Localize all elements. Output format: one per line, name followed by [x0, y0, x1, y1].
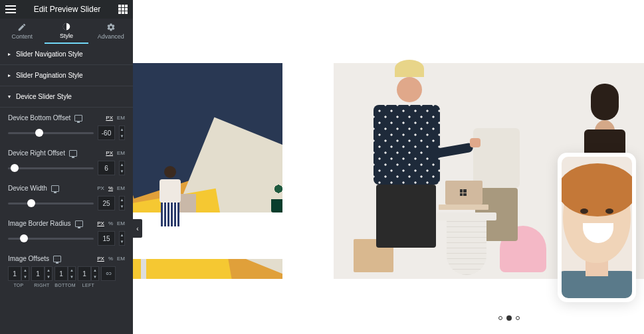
stepper-offset-left[interactable]: ▲▼ — [91, 266, 99, 281]
caret-right-icon: ▸ — [8, 51, 11, 57]
offset-label-bottom: BOTTOM — [54, 283, 76, 288]
apps-grid-icon[interactable] — [118, 5, 128, 14]
unit-toggle: PX EM — [106, 150, 125, 156]
device-slider-controls: Device Bottom Offset PX EM ▲▼ Device Rig… — [0, 108, 133, 299]
caret-down-icon: ▾ — [8, 94, 11, 100]
caret-right-icon: ▸ — [8, 72, 11, 78]
stepper-right-offset[interactable]: ▲▼ — [119, 161, 125, 175]
input-bottom-offset[interactable] — [98, 129, 114, 137]
slider-bottom-offset[interactable] — [8, 132, 94, 134]
collapse-sidebar-handle[interactable]: ‹ — [133, 219, 142, 238]
offset-label-top: TOP — [13, 283, 23, 288]
responsive-icon[interactable] — [51, 185, 59, 192]
control-label: Image Offsets — [8, 255, 49, 262]
input-right-offset[interactable] — [98, 165, 114, 172]
responsive-icon[interactable] — [74, 115, 82, 122]
input-offset-left[interactable] — [78, 266, 91, 281]
stepper-offset-top[interactable]: ▲▼ — [21, 266, 29, 281]
unit-px[interactable]: PX — [106, 150, 113, 156]
control-right-offset: Device Right Offset PX EM ▲▼ — [8, 149, 125, 175]
slide-image-1 — [133, 63, 282, 279]
unit-px[interactable]: PX — [106, 115, 113, 121]
slider-right-offset[interactable] — [8, 167, 94, 169]
slider-device-width[interactable] — [8, 203, 94, 205]
stepper-offset-bottom[interactable]: ▲▼ — [68, 266, 76, 281]
control-label: Image Border Radius — [8, 220, 71, 227]
input-offset-right[interactable] — [31, 266, 45, 281]
tab-style-label: Style — [60, 33, 73, 39]
device-screen — [562, 157, 632, 298]
unit-em[interactable]: EM — [117, 115, 125, 121]
stepper-device-width[interactable]: ▲▼ — [119, 196, 125, 210]
input-border-radius[interactable] — [98, 235, 114, 242]
tab-content-label: Content — [12, 33, 33, 40]
unit-percent[interactable]: % — [108, 256, 113, 262]
responsive-icon[interactable] — [75, 220, 83, 227]
input-offset-bottom[interactable] — [54, 266, 68, 281]
unit-toggle: PX % EM — [97, 185, 125, 191]
link-icon — [105, 270, 112, 277]
unit-em[interactable]: EM — [117, 220, 125, 226]
section-slider-pagination-style[interactable]: ▸ Slider Pagination Style — [0, 65, 133, 86]
unit-toggle: PX % EM — [97, 220, 125, 226]
section-device-slider-style[interactable]: ▾ Device Slider Style — [0, 86, 133, 108]
offset-label-left: LEFT — [82, 283, 94, 288]
unit-percent[interactable]: % — [108, 185, 113, 191]
input-offset-top[interactable] — [8, 266, 21, 281]
control-label: Device Bottom Offset — [8, 114, 70, 122]
control-border-radius: Image Border Radius PX % EM ▲▼ — [8, 220, 125, 246]
unit-em[interactable]: EM — [117, 185, 125, 191]
section-label: Slider Pagination Style — [16, 72, 83, 79]
section-label: Slider Navigation Style — [16, 50, 83, 58]
gear-icon — [106, 23, 116, 32]
responsive-icon[interactable] — [69, 150, 77, 157]
control-bottom-offset: Device Bottom Offset PX EM ▲▼ — [8, 114, 125, 140]
section-slider-navigation-style[interactable]: ▸ Slider Navigation Style — [0, 44, 133, 65]
input-device-width[interactable] — [98, 200, 114, 207]
control-device-width: Device Width PX % EM ▲▼ — [8, 185, 125, 210]
unit-px[interactable]: PX — [97, 220, 104, 226]
tab-advanced-label: Advanced — [98, 33, 124, 40]
pencil-icon — [17, 23, 27, 32]
control-image-offsets: Image Offsets PX % EM ▲▼ TOP — [8, 255, 125, 288]
tab-style[interactable]: Style — [45, 19, 89, 44]
editor-tabs: Content Style Advanced — [0, 19, 133, 44]
control-label: Device Width — [8, 185, 47, 192]
unit-percent[interactable]: % — [108, 220, 113, 226]
preview-canvas: ‹ — [133, 0, 644, 334]
tab-content[interactable]: Content — [0, 19, 45, 44]
control-label: Device Right Offset — [8, 149, 65, 157]
top-bar: Edit Preview Slider — [0, 0, 133, 19]
stepper-bottom-offset[interactable]: ▲▼ — [119, 125, 125, 140]
stepper-offset-right[interactable]: ▲▼ — [45, 266, 53, 281]
pagination-dot-3[interactable] — [516, 316, 520, 320]
unit-em[interactable]: EM — [117, 150, 125, 156]
unit-px[interactable]: PX — [97, 256, 104, 262]
panel-title: Edit Preview Slider — [16, 5, 118, 14]
offset-label-right: RIGHT — [34, 283, 49, 288]
slider-border-radius[interactable] — [8, 238, 94, 240]
slider-pagination — [498, 315, 520, 321]
device-frame[interactable] — [558, 153, 636, 302]
tab-advanced[interactable]: Advanced — [88, 19, 133, 44]
link-values-button[interactable] — [101, 266, 116, 281]
responsive-icon[interactable] — [53, 256, 61, 262]
pagination-dot-2[interactable] — [506, 315, 512, 321]
unit-em[interactable]: EM — [117, 256, 125, 262]
hamburger-icon[interactable] — [5, 5, 16, 13]
pagination-dot-1[interactable] — [498, 316, 502, 320]
stepper-border-radius[interactable]: ▲▼ — [119, 231, 125, 246]
style-icon — [62, 22, 71, 31]
unit-toggle: PX EM — [106, 115, 125, 121]
phone-notch-icon — [587, 154, 607, 157]
unit-toggle: PX % EM — [97, 256, 125, 262]
unit-px[interactable]: PX — [97, 185, 104, 191]
chevron-left-icon: ‹ — [136, 225, 138, 232]
editor-sidebar: Edit Preview Slider Content Style Advanc… — [0, 0, 133, 334]
section-label: Device Slider Style — [16, 93, 72, 100]
